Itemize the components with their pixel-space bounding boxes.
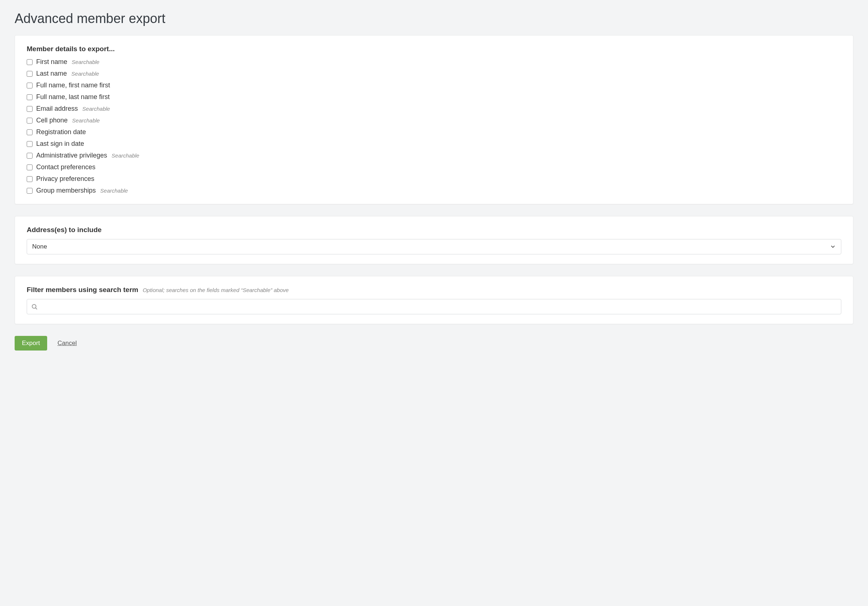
searchable-tag: Searchable (72, 59, 99, 65)
chevron-down-icon (830, 244, 836, 250)
checkbox-label: Registration date (36, 128, 86, 136)
checkbox-input[interactable] (27, 71, 33, 77)
addresses-select[interactable]: None (27, 239, 841, 254)
checkbox-label: Full name, first name first (36, 82, 110, 89)
checkbox-label: Last name (36, 70, 67, 77)
checkbox-input[interactable] (27, 118, 33, 124)
checkbox-label: Full name, last name first (36, 93, 110, 101)
checkbox-input[interactable] (27, 188, 33, 194)
checkbox-input[interactable] (27, 141, 33, 147)
svg-line-1 (36, 308, 37, 309)
checkbox-label: Email address (36, 105, 78, 113)
checkbox-row[interactable]: Contact preferences (27, 163, 841, 171)
searchable-tag: Searchable (82, 106, 110, 112)
cancel-link[interactable]: Cancel (57, 340, 77, 347)
checkbox-label: Last sign in date (36, 140, 84, 148)
checkbox-row[interactable]: Full name, first name first (27, 82, 841, 89)
actions-row: Export Cancel (15, 336, 853, 351)
member-details-title: Member details to export... (27, 45, 841, 53)
checkbox-label: Cell phone (36, 117, 68, 124)
checkbox-row[interactable]: Last nameSearchable (27, 70, 841, 77)
searchable-tag: Searchable (71, 71, 99, 77)
addresses-card: Address(es) to include None (15, 216, 853, 264)
checkbox-input[interactable] (27, 83, 33, 88)
checkbox-row[interactable]: Privacy preferences (27, 175, 841, 183)
checkbox-label: Administrative privileges (36, 152, 107, 159)
checkbox-input[interactable] (27, 176, 33, 182)
checkbox-row[interactable]: Group membershipsSearchable (27, 187, 841, 195)
addresses-select-value: None (32, 243, 47, 250)
searchable-tag: Searchable (100, 187, 128, 194)
filter-hint: Optional; searches on the fields marked … (143, 287, 288, 293)
checkbox-label: Privacy preferences (36, 175, 95, 183)
checkbox-row[interactable]: Registration date (27, 128, 841, 136)
filter-search-input[interactable] (27, 299, 841, 314)
checkbox-row[interactable]: Administrative privilegesSearchable (27, 152, 841, 159)
checkbox-input[interactable] (27, 59, 33, 65)
checkbox-label: Group memberships (36, 187, 96, 195)
member-details-checkbox-list: First nameSearchableLast nameSearchableF… (27, 58, 841, 195)
search-icon (31, 303, 38, 310)
filter-title: Filter members using search term (27, 286, 138, 294)
checkbox-row[interactable]: Cell phoneSearchable (27, 117, 841, 124)
checkbox-input[interactable] (27, 153, 33, 159)
checkbox-input[interactable] (27, 164, 33, 170)
checkbox-row[interactable]: Full name, last name first (27, 93, 841, 101)
page-title: Advanced member export (15, 11, 853, 26)
searchable-tag: Searchable (112, 152, 139, 159)
searchable-tag: Searchable (72, 117, 100, 124)
member-details-card: Member details to export... First nameSe… (15, 35, 853, 204)
export-button[interactable]: Export (15, 336, 47, 351)
addresses-title: Address(es) to include (27, 226, 841, 234)
checkbox-input[interactable] (27, 129, 33, 135)
checkbox-row[interactable]: Email addressSearchable (27, 105, 841, 113)
filter-card: Filter members using search term Optiona… (15, 276, 853, 324)
checkbox-row[interactable]: Last sign in date (27, 140, 841, 148)
checkbox-input[interactable] (27, 106, 33, 112)
checkbox-row[interactable]: First nameSearchable (27, 58, 841, 66)
checkbox-input[interactable] (27, 94, 33, 100)
checkbox-label: First name (36, 58, 67, 66)
checkbox-label: Contact preferences (36, 163, 95, 171)
